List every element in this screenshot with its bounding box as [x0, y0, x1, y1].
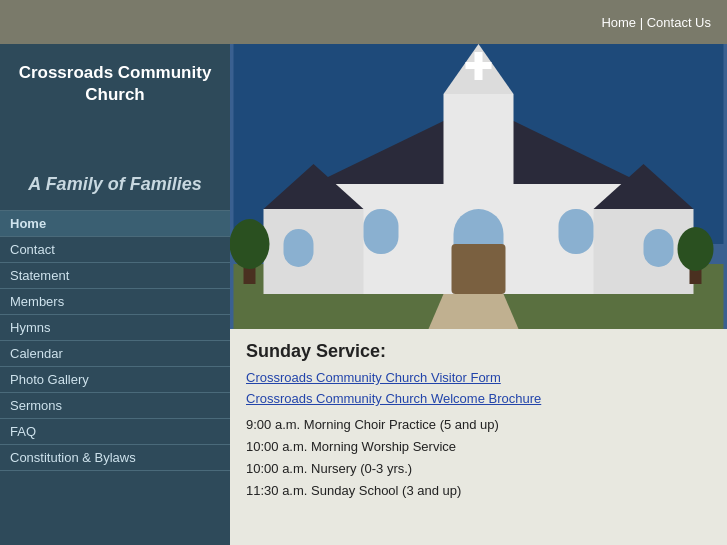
- sidebar-item-sermons[interactable]: Sermons: [0, 393, 230, 419]
- svg-point-20: [230, 219, 270, 269]
- church-photo: [230, 44, 727, 329]
- svg-rect-15: [559, 209, 594, 254]
- sidebar-item-calendar[interactable]: Calendar: [0, 341, 230, 367]
- svg-rect-17: [284, 229, 314, 267]
- service-info: Sunday Service: Crossroads Community Chu…: [230, 329, 727, 514]
- visitor-form-link[interactable]: Crossroads Community Church Visitor Form: [246, 370, 711, 385]
- svg-rect-18: [644, 229, 674, 267]
- svg-rect-16: [452, 244, 506, 294]
- church-name: Crossroads Community Church: [0, 44, 230, 114]
- sidebar-item-hymns[interactable]: Hymns: [0, 315, 230, 341]
- home-link[interactable]: Home: [601, 15, 636, 30]
- sidebar: Crossroads Community Church A Family of …: [0, 44, 230, 545]
- main-content: Sunday Service: Crossroads Community Chu…: [230, 44, 727, 545]
- welcome-brochure-link[interactable]: Crossroads Community Church Welcome Broc…: [246, 391, 711, 406]
- svg-point-22: [678, 227, 714, 271]
- svg-marker-23: [429, 294, 519, 329]
- service-title: Sunday Service:: [246, 341, 711, 362]
- sidebar-item-photo-gallery[interactable]: Photo Gallery: [0, 367, 230, 393]
- service-schedule: 9:00 a.m. Morning Choir Practice (5 and …: [246, 414, 711, 502]
- svg-rect-9: [444, 94, 514, 189]
- main-layout: Crossroads Community Church A Family of …: [0, 44, 727, 545]
- top-navigation[interactable]: Home | Contact Us: [601, 15, 711, 30]
- sidebar-item-home[interactable]: Home: [0, 211, 230, 237]
- nav-separator: |: [636, 15, 647, 30]
- tagline: A Family of Families: [0, 114, 230, 206]
- top-bar: Home | Contact Us: [0, 0, 727, 44]
- contact-link[interactable]: Contact Us: [647, 15, 711, 30]
- church-illustration: [230, 44, 727, 329]
- svg-rect-12: [466, 62, 492, 69]
- svg-rect-13: [364, 209, 399, 254]
- nav-menu: HomeContactStatementMembersHymnsCalendar…: [0, 210, 230, 471]
- sidebar-item-constitution[interactable]: Constitution & Bylaws: [0, 445, 230, 471]
- sidebar-item-contact[interactable]: Contact: [0, 237, 230, 263]
- sidebar-item-members[interactable]: Members: [0, 289, 230, 315]
- sidebar-item-statement[interactable]: Statement: [0, 263, 230, 289]
- sidebar-item-faq[interactable]: FAQ: [0, 419, 230, 445]
